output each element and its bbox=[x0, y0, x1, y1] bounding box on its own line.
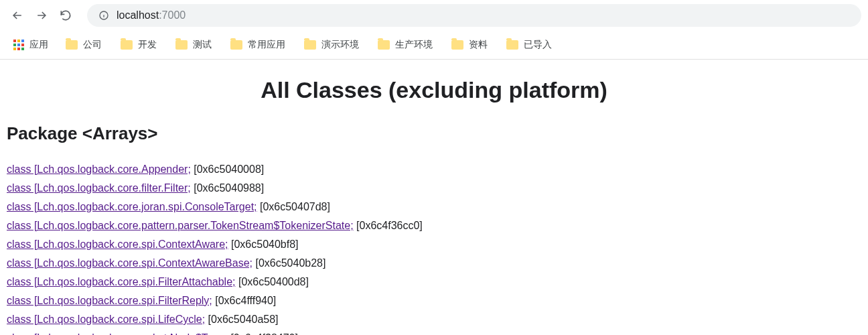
class-hex: [0x6c5040b28] bbox=[252, 257, 326, 269]
bookmark-folder[interactable]: 生产环境 bbox=[370, 35, 441, 55]
back-button[interactable] bbox=[7, 5, 28, 26]
bookmark-label: 已导入 bbox=[524, 39, 552, 51]
class-row: class [Lch.qos.logback.core.subst.Node$T… bbox=[7, 329, 861, 335]
package-heading: Package <Arrays> bbox=[7, 123, 861, 144]
class-hex: [0x6c50400d8] bbox=[236, 276, 309, 287]
bookmark-folder[interactable]: 公司 bbox=[58, 35, 110, 55]
class-link[interactable]: class [Lch.qos.logback.core.Appender; bbox=[7, 163, 191, 175]
class-link[interactable]: class [Lch.qos.logback.core.joran.spi.Co… bbox=[7, 201, 257, 212]
class-link[interactable]: class [Lch.qos.logback.core.spi.ContextA… bbox=[7, 257, 252, 269]
class-row: class [Lch.qos.logback.core.Appender; [0… bbox=[7, 160, 861, 179]
class-row: class [Lch.qos.logback.core.pattern.pars… bbox=[7, 216, 861, 235]
bookmark-label: 演示环境 bbox=[321, 39, 359, 51]
class-hex: [0x6c5040008] bbox=[191, 163, 264, 175]
apps-button[interactable]: 应用 bbox=[7, 35, 55, 55]
class-row: class [Lch.qos.logback.core.spi.FilterAt… bbox=[7, 273, 861, 291]
bookmarks-bar: 应用 公司开发测试常用应用演示环境生产环境资料已导入 bbox=[0, 31, 868, 60]
bookmark-folder[interactable]: 开发 bbox=[113, 35, 165, 55]
apps-label: 应用 bbox=[29, 39, 48, 51]
class-row: class [Lch.qos.logback.core.spi.FilterRe… bbox=[7, 291, 861, 310]
class-hex: [0x6c4f36cc0] bbox=[354, 220, 423, 231]
class-link[interactable]: class [Lch.qos.logback.core.pattern.pars… bbox=[7, 220, 354, 231]
folder-icon bbox=[66, 40, 78, 50]
class-hex: [0x6c5040a58] bbox=[205, 314, 278, 325]
forward-button[interactable] bbox=[31, 5, 52, 26]
folder-icon bbox=[230, 40, 242, 50]
class-link[interactable]: class [Lch.qos.logback.core.spi.LifeCycl… bbox=[7, 314, 205, 325]
url-host: localhost bbox=[117, 9, 159, 21]
page-title: All Classes (excluding platform) bbox=[7, 77, 861, 103]
bookmark-folder[interactable]: 常用应用 bbox=[222, 35, 293, 55]
folder-icon bbox=[175, 40, 188, 50]
browser-toolbar: localhost:7000 bbox=[0, 0, 868, 31]
bookmark-label: 生产环境 bbox=[395, 39, 433, 51]
bookmark-label: 公司 bbox=[83, 39, 102, 51]
folder-icon bbox=[304, 40, 316, 50]
class-hex: [0x6c4fff940] bbox=[212, 295, 276, 306]
bookmark-folder[interactable]: 资料 bbox=[443, 35, 496, 55]
folder-icon bbox=[451, 40, 463, 50]
folder-icon bbox=[121, 40, 133, 50]
address-bar[interactable]: localhost:7000 bbox=[87, 4, 861, 27]
bookmark-label: 测试 bbox=[193, 39, 212, 51]
arrow-left-icon bbox=[11, 9, 24, 22]
class-row: class [Lch.qos.logback.core.spi.ContextA… bbox=[7, 235, 861, 254]
folder-icon bbox=[506, 40, 518, 50]
reload-button[interactable] bbox=[55, 5, 76, 26]
class-hex: [0x6c5040bf8] bbox=[228, 239, 299, 250]
class-link[interactable]: class [Lch.qos.logback.core.filter.Filte… bbox=[7, 182, 191, 194]
class-link[interactable]: class [Lch.qos.logback.core.spi.FilterAt… bbox=[7, 276, 236, 287]
page-content: All Classes (excluding platform) Package… bbox=[0, 60, 868, 335]
class-hex: [0x6c50407d8] bbox=[257, 201, 330, 212]
bookmark-label: 开发 bbox=[138, 39, 157, 51]
url-text: localhost:7000 bbox=[117, 9, 186, 21]
class-row: class [Lch.qos.logback.core.filter.Filte… bbox=[7, 179, 861, 198]
url-port: :7000 bbox=[159, 9, 186, 21]
bookmark-label: 常用应用 bbox=[248, 39, 285, 51]
reload-icon bbox=[59, 9, 72, 22]
apps-icon bbox=[13, 40, 24, 50]
bookmark-label: 资料 bbox=[469, 39, 488, 51]
class-row: class [Lch.qos.logback.core.joran.spi.Co… bbox=[7, 198, 861, 216]
bookmark-folder[interactable]: 已导入 bbox=[498, 35, 560, 55]
class-link[interactable]: class [Lch.qos.logback.core.spi.FilterRe… bbox=[7, 295, 212, 306]
class-row: class [Lch.qos.logback.core.spi.LifeCycl… bbox=[7, 310, 861, 329]
class-hex: [0x6c5040988] bbox=[191, 182, 264, 194]
site-info-icon[interactable] bbox=[98, 9, 110, 21]
folder-icon bbox=[378, 40, 390, 50]
bookmark-folder[interactable]: 测试 bbox=[167, 35, 220, 55]
class-link[interactable]: class [Lch.qos.logback.core.subst.Node$T… bbox=[7, 332, 228, 335]
class-hex: [0x6c4f38470] bbox=[228, 332, 298, 335]
class-link[interactable]: class [Lch.qos.logback.core.spi.ContextA… bbox=[7, 239, 228, 250]
arrow-right-icon bbox=[35, 9, 48, 22]
class-list: class [Lch.qos.logback.core.Appender; [0… bbox=[7, 160, 861, 335]
class-row: class [Lch.qos.logback.core.spi.ContextA… bbox=[7, 254, 861, 273]
bookmark-folder[interactable]: 演示环境 bbox=[296, 35, 367, 55]
